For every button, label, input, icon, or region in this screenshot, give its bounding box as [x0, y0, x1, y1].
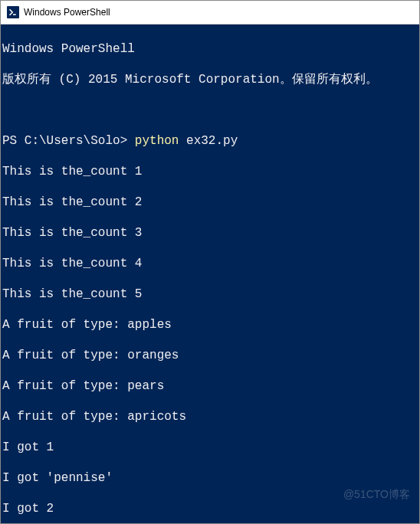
prompt-path: PS C:\Users\Solo>: [2, 134, 135, 148]
prompt-line: PS C:\Users\Solo> python ex32.py: [2, 133, 419, 149]
output-line: This is the_count 1: [2, 164, 419, 179]
output-line: I got 1: [2, 440, 419, 455]
output-line: A fruit of type: oranges: [2, 348, 419, 363]
output-line: This is the_count 4: [2, 256, 419, 271]
output-line: Windows PowerShell: [2, 41, 419, 57]
output-line: I got 2: [2, 501, 419, 516]
command: python: [135, 134, 179, 148]
output-line: 版权所有 (C) 2015 Microsoft Corporation。保留所有…: [2, 72, 419, 87]
powershell-icon: [7, 6, 19, 18]
watermark: @51CTO博客: [343, 486, 410, 502]
output-line: I got 'pennise': [2, 470, 419, 486]
output-line: A fruit of type: apples: [2, 317, 419, 332]
blank-line: [2, 103, 419, 118]
output-line: This is the_count 5: [2, 287, 419, 302]
window-title: Windows PowerShell: [24, 7, 110, 18]
command-arg: ex32.py: [179, 134, 238, 148]
window-titlebar[interactable]: Windows PowerShell: [1, 1, 419, 25]
output-line: This is the_count 2: [2, 195, 419, 210]
terminal-area[interactable]: Windows PowerShell 版权所有 (C) 2015 Microso…: [1, 25, 419, 523]
output-line: A fruit of type: pears: [2, 378, 419, 394]
output-line: This is the_count 3: [2, 225, 419, 241]
output-line: A fruit of type: apricots: [2, 409, 419, 424]
